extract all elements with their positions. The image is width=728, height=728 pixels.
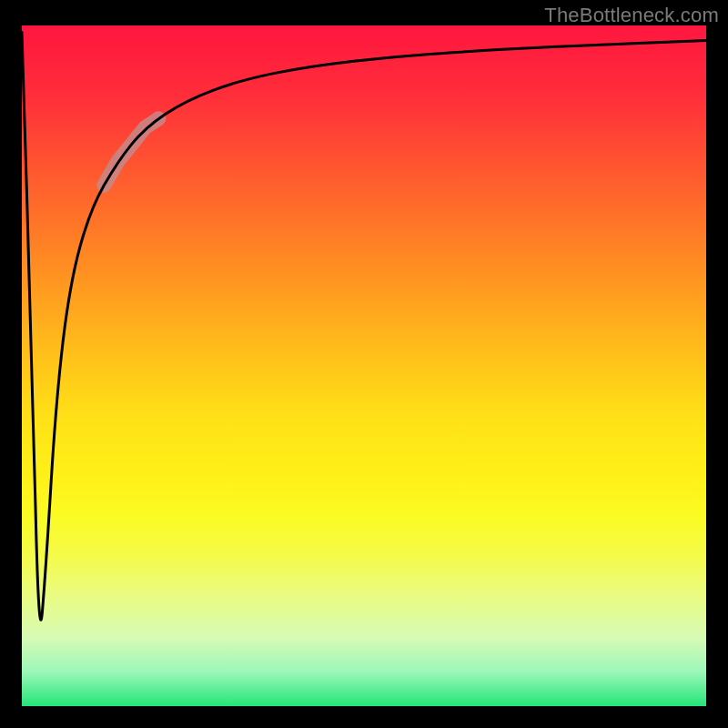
curve-layer [22,25,706,706]
bottleneck-curve [22,32,706,620]
watermark-text: TheBottleneck.com [544,4,719,27]
chart-frame: TheBottleneck.com [0,0,728,728]
plot-area [22,25,706,706]
highlight-segment [104,118,158,186]
